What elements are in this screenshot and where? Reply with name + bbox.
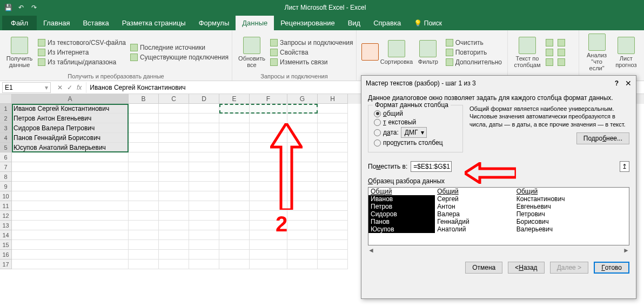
cell[interactable] — [129, 211, 159, 221]
cell[interactable] — [12, 172, 129, 182]
cell[interactable] — [219, 230, 250, 240]
cell[interactable] — [318, 250, 348, 260]
redo-icon[interactable]: ↷ — [29, 3, 39, 12]
cell[interactable] — [129, 114, 159, 123]
sort-az-button[interactable] — [361, 32, 379, 72]
cell[interactable] — [219, 211, 250, 221]
cell[interactable] — [12, 240, 129, 250]
row-header[interactable]: 13 — [0, 221, 12, 230]
cell[interactable] — [219, 152, 250, 162]
tab-search[interactable]: 💡 Поиск — [407, 16, 448, 30]
row-header[interactable]: 1 — [0, 104, 12, 114]
from-web-button[interactable]: Из Интернета — [37, 48, 127, 57]
cell[interactable] — [129, 191, 159, 201]
from-csv-button[interactable]: Из текстового/CSV-файла — [37, 38, 127, 47]
cell[interactable] — [287, 211, 318, 221]
cell[interactable] — [159, 250, 189, 260]
cell[interactable] — [250, 114, 287, 123]
cell[interactable]: Панов Геннайдий Борисович — [12, 133, 129, 143]
cell[interactable]: Юсупов Анатолий Валерьевич — [12, 143, 129, 152]
cell[interactable] — [219, 240, 250, 250]
cell[interactable] — [219, 172, 250, 182]
queries-connections-button[interactable]: Запросы и подключения — [269, 38, 354, 47]
cell[interactable] — [12, 182, 129, 191]
forecast-sheet-button[interactable]: Лист прогноз — [612, 32, 640, 72]
cell[interactable] — [12, 221, 129, 230]
cell[interactable] — [159, 152, 189, 162]
relationships-button[interactable] — [556, 48, 566, 57]
cell[interactable] — [318, 201, 348, 211]
cell[interactable] — [189, 240, 219, 250]
row-header[interactable]: 17 — [0, 260, 12, 269]
cell[interactable] — [287, 250, 318, 260]
destination-input[interactable]: =$E$1:$G$1 — [411, 161, 452, 172]
cell[interactable] — [129, 123, 159, 133]
cell[interactable] — [159, 230, 189, 240]
cell[interactable] — [129, 240, 159, 250]
cell[interactable] — [219, 260, 250, 269]
cell[interactable] — [219, 201, 250, 211]
advanced-filter-button[interactable]: Дополнительно — [445, 58, 503, 66]
cell[interactable] — [12, 191, 129, 201]
name-box[interactable]: E1▾ — [2, 82, 51, 93]
cell[interactable] — [129, 221, 159, 230]
cell[interactable] — [250, 240, 287, 250]
cancel-formula-icon[interactable]: ✕ — [57, 84, 63, 91]
cell[interactable] — [159, 211, 189, 221]
cell[interactable] — [189, 123, 219, 133]
radio-text[interactable]: текстовый — [374, 118, 457, 126]
clear-filter-button[interactable]: Очистить — [445, 38, 503, 47]
cell[interactable] — [189, 104, 219, 114]
cell[interactable] — [12, 162, 129, 172]
cell[interactable] — [12, 211, 129, 221]
cell[interactable] — [318, 152, 348, 162]
row-header[interactable]: 10 — [0, 191, 12, 201]
row-header[interactable]: 8 — [0, 172, 12, 182]
cell[interactable] — [287, 260, 318, 269]
cell[interactable] — [219, 250, 250, 260]
cell[interactable] — [159, 143, 189, 152]
from-table-button[interactable]: Из таблицы/диапазона — [37, 58, 127, 66]
column-header[interactable]: G — [287, 94, 318, 104]
cell[interactable] — [159, 240, 189, 250]
cancel-button[interactable]: Отмена — [465, 262, 502, 274]
cell[interactable] — [159, 201, 189, 211]
select-all-corner[interactable] — [0, 94, 12, 104]
cell[interactable] — [189, 182, 219, 191]
cell[interactable] — [318, 133, 348, 143]
flash-fill-button[interactable] — [545, 38, 554, 47]
cell[interactable] — [318, 172, 348, 182]
cell[interactable] — [287, 240, 318, 250]
cell[interactable] — [129, 201, 159, 211]
close-icon[interactable]: ✕ — [625, 79, 632, 88]
finish-button[interactable]: Готово — [594, 262, 629, 274]
cell[interactable] — [159, 260, 189, 269]
cell[interactable] — [287, 114, 318, 123]
cell[interactable] — [189, 201, 219, 211]
cell[interactable] — [318, 240, 348, 250]
data-model-button[interactable] — [556, 58, 566, 66]
edit-links-button[interactable]: Изменить связи — [269, 58, 354, 66]
radio-skip[interactable]: пропустить столбец — [374, 139, 457, 147]
enter-formula-icon[interactable]: ✓ — [67, 84, 72, 91]
refresh-all-button[interactable]: Обновить все — [237, 32, 267, 72]
filter-button[interactable]: Фильтр — [414, 32, 442, 72]
cell[interactable] — [219, 133, 250, 143]
remove-dup-button[interactable] — [545, 48, 554, 57]
range-picker-button[interactable]: ↥ — [620, 161, 629, 172]
next-button[interactable]: Далее > — [550, 262, 589, 274]
cell[interactable] — [318, 162, 348, 172]
cell[interactable] — [189, 172, 219, 182]
back-button[interactable]: < Назад — [508, 262, 544, 274]
cell[interactable] — [318, 114, 348, 123]
row-header[interactable]: 11 — [0, 201, 12, 211]
help-icon[interactable]: ? — [615, 79, 619, 87]
column-header[interactable]: C — [159, 94, 189, 104]
consolidate-button[interactable] — [556, 38, 566, 47]
fx-icon[interactable]: fx — [77, 84, 82, 91]
cell[interactable] — [318, 260, 348, 269]
cell[interactable] — [189, 162, 219, 172]
cell[interactable] — [129, 250, 159, 260]
column-header[interactable]: D — [189, 94, 219, 104]
radio-general[interactable]: ообщийбщий — [374, 110, 457, 117]
